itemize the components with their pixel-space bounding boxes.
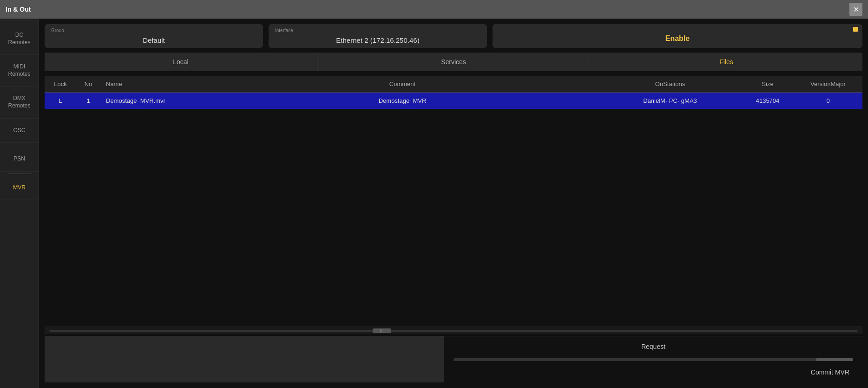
title-bar: In & Out ✕ bbox=[0, 0, 868, 19]
files-table: Lock No Name Comment OnStations Size Ver… bbox=[45, 76, 862, 334]
col-size: Size bbox=[740, 76, 796, 92]
close-button[interactable]: ✕ bbox=[849, 3, 862, 16]
cell-size: 4135704 bbox=[740, 93, 796, 109]
table-body: L 1 Demostage_MVR.mvr Demostage_MVR Dani… bbox=[45, 93, 862, 325]
main-layout: DC Remotes MIDI Remotes DMX Remotes OSC … bbox=[0, 19, 868, 388]
group-card[interactable]: Group Default bbox=[45, 24, 263, 48]
sidebar-divider bbox=[8, 145, 31, 145]
tab-files[interactable]: Files bbox=[590, 53, 862, 71]
col-comment: Comment bbox=[204, 76, 600, 92]
col-onstations: OnStations bbox=[600, 76, 740, 92]
top-controls: Group Default Interface Ethernet 2 (172.… bbox=[45, 24, 862, 48]
sidebar-divider-2 bbox=[8, 174, 31, 174]
bottom-left-panel bbox=[45, 336, 444, 382]
cell-onstations: DanielM- PC- gMA3 bbox=[600, 93, 740, 109]
bottom-bar: Request Commit MVR bbox=[45, 336, 862, 382]
col-name: Name bbox=[102, 76, 204, 92]
scroll-handle[interactable]: ||| bbox=[373, 328, 391, 333]
sidebar-item-mvr[interactable]: MVR bbox=[0, 176, 39, 201]
table-header: Lock No Name Comment OnStations Size Ver… bbox=[45, 76, 862, 93]
sidebar-item-dc-remotes[interactable]: DC Remotes bbox=[0, 23, 39, 55]
cell-no: 1 bbox=[74, 93, 102, 109]
table-row[interactable]: L 1 Demostage_MVR.mvr Demostage_MVR Dani… bbox=[45, 93, 862, 109]
cell-name: Demostage_MVR.mvr bbox=[102, 93, 204, 109]
sidebar-item-osc[interactable]: OSC bbox=[0, 119, 39, 143]
col-versionmajor: VersionMajor bbox=[796, 76, 861, 92]
sidebar-item-midi-remotes[interactable]: MIDI Remotes bbox=[0, 55, 39, 87]
tab-local[interactable]: Local bbox=[45, 53, 317, 71]
group-value: Default bbox=[52, 36, 256, 44]
request-button[interactable]: Request bbox=[454, 341, 853, 352]
bottom-right-panel: Request Commit MVR bbox=[444, 336, 862, 382]
sidebar: DC Remotes MIDI Remotes DMX Remotes OSC … bbox=[0, 19, 39, 388]
window-title: In & Out bbox=[6, 6, 31, 13]
col-lock: Lock bbox=[46, 76, 74, 92]
enable-value: Enable bbox=[665, 34, 690, 43]
interface-value: Ethernet 2 (172.16.250.46) bbox=[276, 36, 480, 44]
interface-label: Interface bbox=[275, 28, 293, 33]
interface-card[interactable]: Interface Ethernet 2 (172.16.250.46) bbox=[269, 24, 487, 48]
tabs-row: Local Services Files bbox=[45, 53, 862, 71]
horizontal-scrollbar[interactable]: ||| bbox=[45, 327, 862, 334]
cell-versionmajor: 0 bbox=[796, 93, 861, 109]
scroll-track: ||| bbox=[49, 330, 858, 332]
bottom-scroll-bar[interactable] bbox=[454, 358, 853, 361]
col-no: No bbox=[74, 76, 102, 92]
enable-card[interactable]: Enable bbox=[493, 24, 862, 48]
scroll-grip-icon: ||| bbox=[380, 328, 384, 333]
cell-lock: L bbox=[46, 93, 74, 109]
cell-comment: Demostage_MVR bbox=[204, 93, 600, 109]
bottom-scroll-handle[interactable] bbox=[816, 358, 853, 361]
enable-indicator bbox=[853, 27, 858, 32]
sidebar-item-dmx-remotes[interactable]: DMX Remotes bbox=[0, 87, 39, 118]
group-label: Group bbox=[51, 28, 64, 33]
sidebar-item-psn[interactable]: PSN bbox=[0, 147, 39, 172]
commit-mvr-button[interactable]: Commit MVR bbox=[807, 367, 853, 378]
content-area: Group Default Interface Ethernet 2 (172.… bbox=[39, 19, 868, 388]
tab-services[interactable]: Services bbox=[317, 53, 590, 71]
